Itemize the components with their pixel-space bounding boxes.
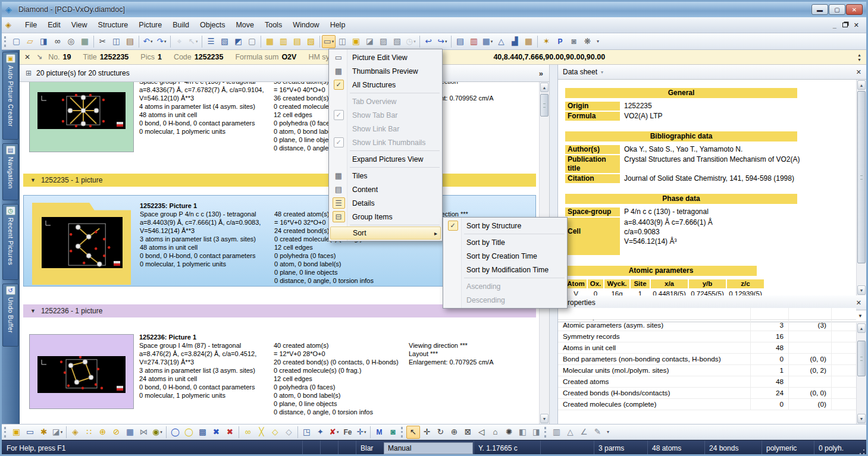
structure-thumbnail[interactable] [32, 203, 131, 285]
menu-file[interactable]: File [20, 18, 42, 32]
scroll-down-icon[interactable]: ▼ [857, 414, 866, 423]
menu-item-expand-pictures-view[interactable]: Expand Pictures View [330, 152, 441, 166]
bond-tool-icon[interactable]: ⋈ [137, 426, 151, 439]
powder-pattern-icon[interactable]: ▟ [508, 35, 522, 48]
minimize-button[interactable]: ▬ [811, 4, 828, 15]
add-single-atom-icon[interactable]: ⊕ [96, 426, 109, 439]
property-row[interactable]: Symmetry records16 [558, 331, 856, 342]
data-table-brief-icon[interactable]: ▥ [277, 35, 290, 48]
atom-design-icon[interactable]: ◉▾ [151, 426, 164, 439]
cut-icon[interactable]: ✂ [96, 35, 109, 48]
collapse-arrow-icon[interactable]: ▼ [30, 308, 36, 314]
properties-table-icon[interactable]: ▦ [522, 35, 535, 48]
new-document-icon[interactable]: ▢ [10, 35, 23, 48]
select-icon[interactable]: ↖▾ [186, 35, 200, 48]
properties-close-icon[interactable]: ✕ [856, 299, 861, 307]
zoom-mode-icon[interactable]: ⊕ [447, 426, 461, 439]
distance-histogram-icon[interactable]: △ [494, 35, 508, 48]
doc-close-button[interactable]: ✕ [854, 22, 859, 28]
menu-picture[interactable]: Picture [133, 18, 167, 32]
scroll-down-icon[interactable]: ▼ [540, 414, 549, 423]
maximize-button[interactable]: ▢ [829, 4, 845, 15]
delete-all-icon[interactable]: ✘▾ [327, 426, 341, 439]
toolbar-overflow-icon[interactable]: ▾ [607, 429, 609, 435]
camera-position-2-icon[interactable]: ◨ [529, 426, 543, 439]
scrollbar-thumb[interactable] [857, 341, 866, 376]
menu-item-content[interactable]: ▤Content [330, 183, 441, 196]
property-row[interactable]: Created atoms48 [558, 376, 856, 388]
move-mode-icon[interactable]: ✛ [420, 426, 434, 439]
sidebar-tab-recent-pictures[interactable]: ◷Recent Pictures [2, 204, 18, 280]
toolbar-overflow-icon[interactable]: ▾ [597, 39, 599, 44]
toolbar-grip[interactable] [4, 36, 7, 47]
undo-icon[interactable]: ↶▾ [141, 35, 155, 48]
expand-chevron-icon[interactable]: » [539, 69, 543, 78]
data-table-icon[interactable]: ▦ [263, 35, 277, 48]
copy-picture-icon[interactable]: ◪ [363, 35, 377, 48]
close-button[interactable]: ✕ [846, 4, 863, 15]
menu-move[interactable]: Move [230, 18, 259, 32]
properties-scrollbar[interactable]: ▲ ▼ [856, 323, 866, 424]
menu-item-details[interactable]: ☰Details [330, 196, 441, 210]
sort-item-sort-by-modification-time[interactable]: Sort by Modification Time [444, 263, 566, 276]
fe-atom-icon[interactable]: Fe [341, 426, 355, 439]
export-table-icon[interactable]: ▧ [304, 35, 318, 48]
scroll-down-icon[interactable]: ▼ [857, 285, 866, 295]
measure-torsion-icon[interactable]: ∠ [577, 426, 591, 439]
scrollbar-thumb[interactable] [857, 91, 866, 263]
save-icon[interactable]: ◨ [37, 35, 51, 48]
entry-1252234[interactable]: Space group P 4/n c c (130) - tetragonal… [23, 82, 536, 158]
polyhedron-blue-icon[interactable]: ◯ [168, 426, 182, 439]
scroll-up-icon[interactable]: ▲ [857, 80, 866, 90]
menu-item-tiles[interactable]: ▦Tiles [330, 169, 441, 183]
property-row[interactable]: Molecular units (mol./polym. sites)1(0, … [558, 365, 856, 376]
picture-edit-icon[interactable]: ◫ [336, 35, 349, 48]
rotate-mode-icon[interactable]: ↻ [434, 426, 447, 439]
data-sheet-view-icon[interactable]: ▤ [453, 35, 467, 48]
structure-thumbnail[interactable] [29, 82, 134, 152]
picture-view-menu-icon[interactable]: ▭▾ [322, 35, 336, 48]
menu-help[interactable]: Help [325, 18, 351, 32]
record-close-icon[interactable]: ✕ [24, 53, 30, 61]
save-picture-icon[interactable]: ▧ [390, 35, 404, 48]
picture-scene-icon[interactable]: ◙ [386, 426, 400, 439]
property-row[interactable]: Bond parameters (non-bonding contacts, H… [558, 354, 856, 365]
sidebar-tab-navigation[interactable]: ▤Navigation [2, 143, 18, 200]
picture-comment-icon[interactable]: ▭ [23, 426, 37, 439]
collapse-arrow-icon[interactable]: ▼ [30, 177, 36, 183]
picture-preview-view-icon[interactable]: ▧ [218, 35, 231, 48]
video-camera-icon[interactable]: ❋ [581, 35, 594, 48]
doc-restore-button[interactable] [842, 22, 848, 28]
menu-item-sort[interactable]: Sort▸ [330, 227, 441, 240]
paste-icon[interactable]: ▤ [123, 35, 137, 48]
ball-and-stick-icon[interactable]: ∞ [241, 426, 255, 439]
measure-distance-icon[interactable]: ▥ [550, 426, 563, 439]
ring-yellow-icon[interactable]: ◇ [268, 426, 282, 439]
properties-letter-icon[interactable]: P [553, 35, 567, 48]
scroll-up-icon[interactable]: ▲ [540, 83, 549, 92]
navigate-forward-icon[interactable]: ↪▾ [435, 35, 449, 48]
measure-angle-icon[interactable]: △ [563, 426, 577, 439]
blank-view-icon[interactable]: ▢ [245, 35, 259, 48]
history-icon[interactable]: ◷▾ [404, 35, 418, 48]
filter-wand-icon[interactable]: ◪▾ [51, 426, 64, 439]
cell-axes-icon[interactable]: ✦ [314, 426, 327, 439]
data-sheet-close-icon[interactable]: ✕ [856, 68, 861, 76]
remove-bond-icon[interactable]: ⊘ [109, 426, 123, 439]
photo-camera-icon[interactable]: ◙ [567, 35, 581, 48]
destroy-polyhedra-red-icon[interactable]: ✖ [223, 426, 237, 439]
menu-build[interactable]: Build [167, 18, 195, 32]
measure-pen-icon[interactable]: ✎ [591, 426, 604, 439]
creation-tools-icon[interactable]: ✱ [37, 426, 51, 439]
toolbar-grip[interactable] [4, 427, 7, 438]
structure-tree-view-icon[interactable]: ☰ [204, 35, 218, 48]
resize-grip[interactable] [857, 441, 866, 456]
polyhedron-cage-icon[interactable]: ▩ [196, 426, 209, 439]
data-sheet-scrollbar[interactable]: ▲ ▼ [856, 80, 866, 295]
toolbar-grip[interactable] [544, 427, 547, 438]
table-view-icon[interactable]: ▦▾ [481, 35, 494, 48]
spinner-up-icon[interactable]: ▲ [857, 53, 861, 57]
print-preview-icon[interactable]: ◎ [64, 35, 78, 48]
sort-item-sort-by-creation-time[interactable]: Sort by Creation Time [444, 249, 566, 263]
scroll-up-icon[interactable]: ▲ [857, 323, 866, 333]
